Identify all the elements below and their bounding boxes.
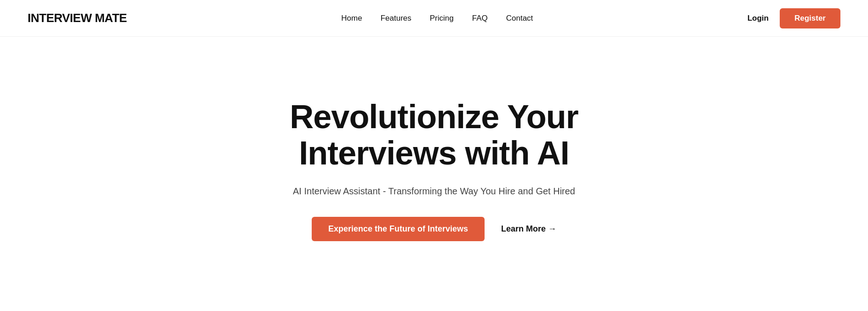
nav-item-features[interactable]: Features bbox=[381, 14, 411, 23]
nav-item-faq[interactable]: FAQ bbox=[472, 14, 488, 23]
login-button[interactable]: Login bbox=[748, 14, 769, 23]
register-button[interactable]: Register bbox=[780, 8, 840, 28]
hero-subtitle: AI Interview Assistant - Transforming th… bbox=[293, 186, 575, 197]
header-actions: Login Register bbox=[748, 8, 840, 28]
nav-item-pricing[interactable]: Pricing bbox=[430, 14, 454, 23]
hero-title: Revolutionize Your Interviews with AI bbox=[227, 99, 641, 171]
nav-item-home[interactable]: Home bbox=[341, 14, 362, 23]
site-logo: INTERVIEW MATE bbox=[28, 11, 127, 25]
main-nav: Home Features Pricing FAQ Contact bbox=[341, 14, 533, 23]
hero-section: Revolutionize Your Interviews with AI AI… bbox=[0, 37, 868, 294]
cta-primary-button[interactable]: Experience the Future of Interviews bbox=[312, 217, 485, 241]
hero-buttons: Experience the Future of Interviews Lear… bbox=[312, 217, 556, 241]
cta-secondary-button[interactable]: Learn More → bbox=[501, 224, 556, 234]
site-header: INTERVIEW MATE Home Features Pricing FAQ… bbox=[0, 0, 868, 37]
nav-item-contact[interactable]: Contact bbox=[506, 14, 533, 23]
